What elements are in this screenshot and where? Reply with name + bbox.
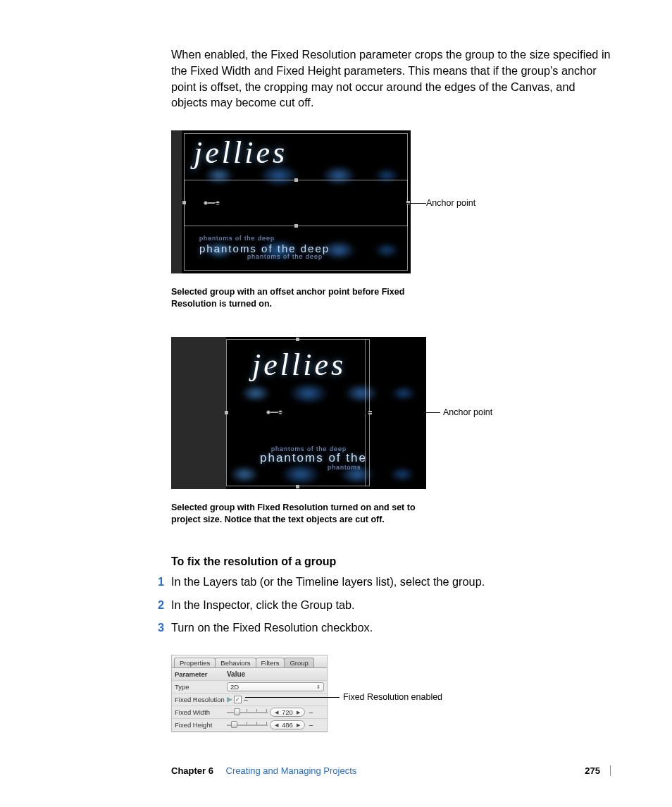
page-number: 275 (585, 765, 600, 776)
inspector-callout: Fixed Resolution enabled (343, 692, 442, 702)
figure-2-wrap: jellies phantoms of the deep phantoms of… (171, 337, 611, 489)
fixed-resolution-checkbox[interactable]: ✓ (234, 696, 242, 703)
chevron-updown-icon: ⇕ (316, 684, 321, 690)
chevron-left-icon[interactable]: ◀ (275, 722, 278, 728)
fixed-height-slider[interactable] (227, 722, 268, 729)
chapter-title: Creating and Managing Projects (226, 765, 357, 776)
row-fixed-height: Fixed Height ◀ 486 ▶ – (172, 719, 327, 732)
header-parameter: Parameter (175, 670, 227, 678)
step-text: In the Layers tab (or the Timeline layer… (171, 574, 485, 590)
figure-1-caption: Selected group with an offset anchor poi… (171, 286, 411, 310)
label-type: Type (175, 683, 227, 691)
figure-2-callout: Anchor point (443, 407, 492, 417)
inspector-header-row: Parameter Value (172, 668, 327, 681)
step-number: 1 (154, 574, 164, 590)
step-2: 2 In the Inspector, click the Group tab. (171, 597, 611, 613)
tab-filters[interactable]: Filters (256, 658, 285, 667)
step-text: In the Inspector, click the Group tab. (171, 597, 355, 613)
type-value: 2D (230, 683, 239, 691)
row-type: Type 2D ⇕ (172, 681, 327, 694)
chevron-right-icon[interactable]: ▶ (297, 722, 300, 728)
label-fixed-height: Fixed Height (175, 721, 227, 729)
chevron-right-icon[interactable]: ▶ (297, 710, 300, 715)
disclosure-triangle-icon[interactable] (227, 697, 232, 703)
tab-group[interactable]: Group (284, 658, 313, 667)
fixed-height-stepper[interactable]: ◀ 486 ▶ (270, 720, 305, 729)
figure-1: jellies phantoms of the deep phantoms of… (171, 130, 411, 273)
tab-behaviors[interactable]: Behaviors (215, 658, 256, 667)
inspector-panel: Properties Behaviors Filters Group Param… (171, 655, 328, 732)
menu-dash-icon[interactable]: – (307, 721, 313, 729)
step-number: 2 (154, 597, 164, 613)
type-dropdown[interactable]: 2D ⇕ (227, 682, 324, 691)
procedure-heading: To fix the resolution of a group (171, 555, 611, 568)
label-fixed-width: Fixed Width (175, 708, 227, 716)
step-number: 3 (154, 620, 164, 636)
figure-1-callout: Anchor point (426, 198, 475, 208)
inspector-figure-wrap: Properties Behaviors Filters Group Param… (171, 655, 611, 732)
chevron-left-icon[interactable]: ◀ (275, 710, 278, 715)
row-fixed-width: Fixed Width ◀ 720 ▶ – (172, 706, 327, 719)
step-1: 1 In the Layers tab (or the Timeline lay… (171, 574, 611, 590)
inspector-tabs: Properties Behaviors Filters Group (172, 655, 327, 668)
tab-properties[interactable]: Properties (174, 658, 216, 667)
header-value: Value (227, 670, 324, 678)
body-paragraph: When enabled, the Fixed Resolution param… (171, 47, 611, 111)
chapter-label: Chapter 6 (171, 765, 213, 776)
menu-dash-icon[interactable]: – (307, 708, 313, 716)
steps-list: 1 In the Layers tab (or the Timeline lay… (171, 574, 611, 636)
fixed-width-stepper[interactable]: ◀ 720 ▶ (270, 708, 305, 717)
fixed-width-value: 720 (282, 708, 293, 716)
fixed-width-slider[interactable] (227, 709, 268, 716)
row-fixed-resolution: Fixed Resolution ✓ – (172, 694, 327, 706)
page-footer: Chapter 6 Creating and Managing Projects… (171, 765, 611, 776)
figure-2-caption: Selected group with Fixed Resolution tur… (171, 502, 425, 526)
figure-1-wrap: jellies phantoms of the deep phantoms of… (171, 130, 611, 273)
figure-2: jellies phantoms of the deep phantoms of… (171, 337, 426, 489)
fixed-height-value: 486 (282, 721, 293, 729)
label-fixed-resolution: Fixed Resolution (175, 696, 227, 703)
step-3: 3 Turn on the Fixed Resolution checkbox. (171, 620, 611, 636)
step-text: Turn on the Fixed Resolution checkbox. (171, 620, 373, 636)
